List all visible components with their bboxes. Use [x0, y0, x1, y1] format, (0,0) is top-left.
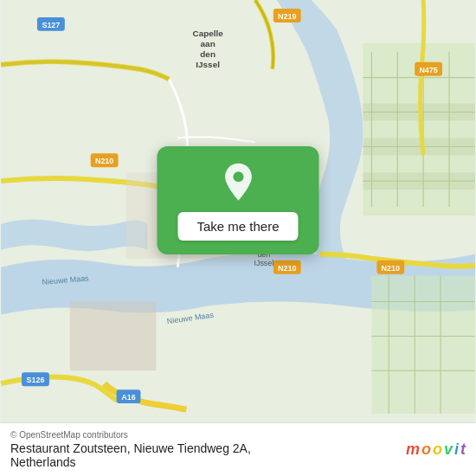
overlay-card: Take me there: [157, 146, 318, 254]
svg-text:N210: N210: [95, 157, 113, 165]
svg-text:N475: N475: [419, 66, 437, 74]
footer-bar: © OpenStreetMap contributors Restaurant …: [0, 422, 476, 476]
svg-text:Capelle: Capelle: [192, 29, 223, 38]
copyright-text: © OpenStreetMap contributors: [10, 430, 251, 440]
logo-o1: o: [421, 441, 431, 459]
map-container: S127 N219 N475 N210 N210 N210 S126 A16: [0, 0, 476, 422]
svg-text:aan: aan: [201, 39, 215, 48]
footer-info: © OpenStreetMap contributors Restaurant …: [10, 430, 251, 469]
moovit-logo: m o o v i t: [406, 441, 466, 459]
location-pin-icon: [217, 162, 259, 203]
address-country: Netherlands: [10, 455, 76, 469]
svg-text:N210: N210: [382, 264, 400, 273]
logo-o2: o: [433, 441, 442, 459]
logo-v: v: [444, 441, 453, 459]
address-line1: Restaurant Zoutsteen, Nieuwe Tiendweg 2A…: [10, 441, 251, 455]
logo-i: i: [454, 441, 459, 459]
svg-text:S126: S126: [26, 376, 44, 384]
svg-text:N219: N219: [278, 12, 296, 21]
svg-text:IJssel: IJssel: [254, 259, 273, 267]
svg-point-47: [233, 171, 243, 182]
app: S127 N219 N475 N210 N210 N210 S126 A16: [0, 0, 476, 476]
svg-text:S127: S127: [42, 21, 60, 29]
logo-m: m: [406, 441, 420, 459]
svg-text:N210: N210: [278, 264, 296, 273]
logo-t: t: [460, 441, 466, 459]
svg-rect-21: [70, 302, 157, 371]
take-me-there-button[interactable]: Take me there: [177, 212, 298, 241]
svg-text:IJssel: IJssel: [196, 60, 220, 69]
svg-text:A16: A16: [121, 393, 135, 402]
address-text: Restaurant Zoutsteen, Nieuwe Tiendweg 2A…: [10, 441, 251, 469]
svg-rect-13: [371, 276, 475, 414]
svg-text:den: den: [200, 49, 215, 59]
